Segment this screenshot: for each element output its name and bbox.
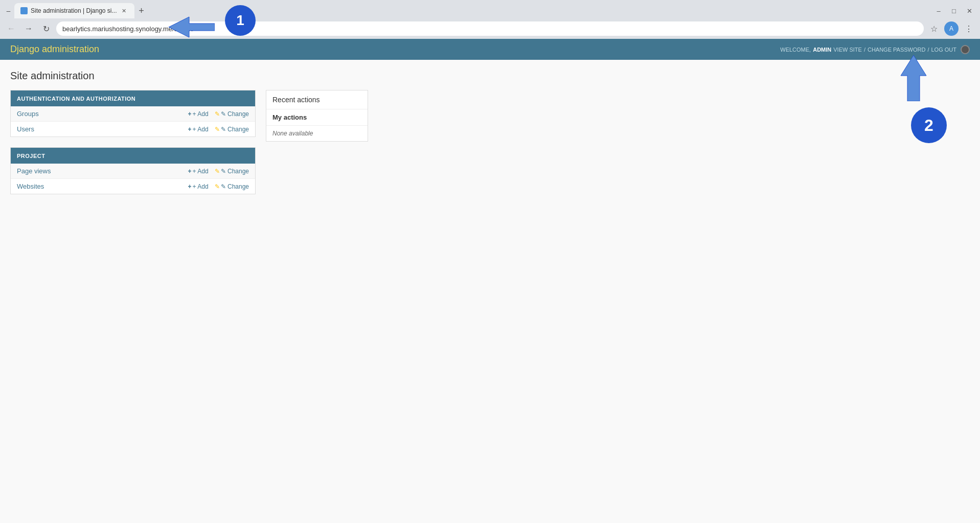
separator-1: / [864,47,865,53]
add-icon-4: + [188,183,192,190]
groups-add-link[interactable]: + + Add [188,110,209,118]
pageviews-add-link[interactable]: + + Add [188,168,209,175]
change-password-link[interactable]: CHANGE PASSWORD [868,47,925,53]
websites-add-link[interactable]: + + Add [188,183,209,190]
tab-bar: ‒ Site administration | Django si... ✕ +… [0,0,980,18]
recent-actions-panel: Recent actions My actions None available [266,90,368,142]
pageviews-row: Page views + + Add ✎ ✎ Change [11,164,255,179]
users-add-link[interactable]: + + Add [188,126,209,133]
django-admin-title[interactable]: Django administration [10,44,99,55]
auth-block-title: AUTHENTICATION AND AUTHORIZATION [17,96,135,102]
reload-button[interactable]: ↻ [39,21,53,36]
recent-actions-header: Recent actions [266,90,368,109]
groups-link[interactable]: Groups [17,110,188,118]
websites-row: Websites + + Add ✎ ✎ Change [11,179,255,194]
browser-tab-active[interactable]: Site administration | Django si... ✕ [14,3,134,18]
websites-actions: + + Add ✎ ✎ Change [188,183,249,190]
edit-icon-3: ✎ [215,168,220,175]
menu-button[interactable]: ⋮ [962,21,976,36]
log-out-link[interactable]: LOG OUT [931,47,956,53]
address-bar: ← → ↻ ☆ A ⋮ [0,18,980,39]
address-input[interactable] [56,21,924,36]
view-site-link[interactable]: VIEW SITE [833,47,862,53]
main-content: Site administration AUTHENTICATION AND A… [0,60,980,215]
page-wrapper: Django administration WELCOME, ADMIN VIE… [0,39,980,523]
theme-toggle-button[interactable] [961,45,970,54]
project-block-title: PROJECT [17,153,45,159]
add-icon-3: + [188,168,192,175]
browser-controls: ‒ [4,7,12,15]
new-tab-button[interactable]: + [134,4,149,18]
pageviews-actions: + + Add ✎ ✎ Change [188,168,249,175]
users-actions: + + Add ✎ ✎ Change [188,126,249,133]
tab-title: Site administration | Django si... [31,7,117,14]
window-controls: – □ ✕ [932,4,976,17]
project-block-header: PROJECT [11,148,255,164]
profile-button[interactable]: A [944,21,959,36]
websites-change-link[interactable]: ✎ ✎ Change [215,183,249,190]
content-layout: AUTHENTICATION AND AUTHORIZATION Groups … [10,90,970,204]
my-actions-header: My actions [266,109,368,126]
minimize-button[interactable]: ‒ [4,7,12,15]
auth-authorization-block: AUTHENTICATION AND AUTHORIZATION Groups … [10,90,256,137]
edit-icon-2: ✎ [215,126,220,133]
tab-favicon [20,7,28,14]
django-admin-header: Django administration WELCOME, ADMIN VIE… [0,39,980,60]
app-section: AUTHENTICATION AND AUTHORIZATION Groups … [10,90,256,204]
forward-button[interactable]: → [21,21,36,36]
add-icon: + [188,110,192,118]
none-available-text: None available [266,126,368,141]
groups-actions: + + Add ✎ ✎ Change [188,110,249,118]
separator-2: / [927,47,929,53]
back-button[interactable]: ← [4,21,18,36]
my-actions-title: My actions [272,113,307,121]
window-minimize-button[interactable]: – [932,4,945,17]
window-close-button[interactable]: ✕ [963,4,976,17]
users-row: Users + + Add ✎ ✎ Change [11,122,255,137]
pageviews-link[interactable]: Page views [17,167,188,175]
window-maximize-button[interactable]: □ [947,4,961,17]
users-change-link[interactable]: ✎ ✎ Change [215,126,249,133]
groups-change-link[interactable]: ✎ ✎ Change [215,110,249,118]
add-icon-2: + [188,126,192,133]
users-link[interactable]: Users [17,125,188,133]
auth-block-header: AUTHENTICATION AND AUTHORIZATION [11,90,255,106]
recent-actions-title: Recent actions [272,96,320,104]
user-tools: WELCOME, ADMIN VIEW SITE / CHANGE PASSWO… [780,45,970,54]
edit-icon: ✎ [215,110,220,118]
pageviews-change-link[interactable]: ✎ ✎ Change [215,168,249,175]
websites-link[interactable]: Websites [17,183,188,190]
edit-icon-4: ✎ [215,183,220,190]
bookmark-button[interactable]: ☆ [927,21,941,36]
browser-chrome: ‒ Site administration | Django si... ✕ +… [0,0,980,39]
project-block: PROJECT Page views + + Add ✎ ✎ Change [10,147,256,194]
welcome-text: WELCOME, [780,47,811,53]
groups-row: Groups + + Add ✎ ✎ Change [11,106,255,122]
tab-close-button[interactable]: ✕ [120,7,128,15]
page-heading: Site administration [10,70,970,82]
admin-name: ADMIN [813,47,831,53]
